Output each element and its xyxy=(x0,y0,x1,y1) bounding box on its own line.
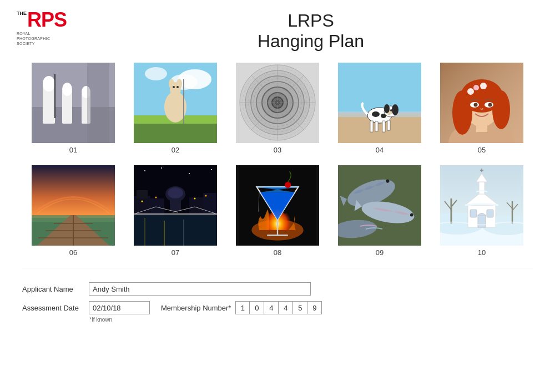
svg-point-70 xyxy=(480,83,487,89)
svg-point-21 xyxy=(173,86,175,88)
svg-point-101 xyxy=(205,195,207,197)
photo-thumb-02 xyxy=(134,63,217,143)
photo-number-07: 07 xyxy=(171,248,179,257)
svg-point-66 xyxy=(474,103,478,107)
assessment-date-input[interactable] xyxy=(89,301,150,314)
svg-point-68 xyxy=(467,88,474,95)
svg-rect-135 xyxy=(478,215,486,227)
photo-number-09: 09 xyxy=(376,248,384,257)
photo-item-04: 04 xyxy=(332,63,427,154)
rps-logo: THE RPS ROYAL PHOTOGRAPHIC SOCIETY xyxy=(17,10,83,46)
applicant-name-input[interactable] xyxy=(89,282,311,296)
photo-item-03: 03 xyxy=(230,63,325,154)
logo-the-text: THE xyxy=(17,11,27,16)
logo-rps-letters: RPS xyxy=(27,10,67,30)
photo-item-07: 07 xyxy=(128,165,223,257)
photo-number-06: 06 xyxy=(69,248,77,257)
assessment-date-row: Assessment Date Membership Number* 1 0 4… xyxy=(22,301,533,314)
photo-number-03: 03 xyxy=(274,146,281,154)
svg-point-51 xyxy=(390,109,392,111)
form-section: Applicant Name Assessment Date Membershi… xyxy=(0,271,555,334)
membership-label: Membership Number* xyxy=(161,304,231,312)
photo-number-05: 05 xyxy=(478,146,486,154)
svg-point-102 xyxy=(144,170,145,171)
svg-point-22 xyxy=(176,86,179,88)
svg-rect-53 xyxy=(375,121,378,131)
membership-digit-3[interactable]: 4 xyxy=(279,301,293,314)
photo-thumb-09 xyxy=(338,165,421,246)
svg-rect-54 xyxy=(382,121,385,132)
photo-grid: 01 xyxy=(0,57,555,257)
svg-rect-89 xyxy=(137,190,148,198)
photo-thumb-04 xyxy=(338,63,421,143)
svg-point-63 xyxy=(492,90,510,129)
svg-point-45 xyxy=(372,111,380,117)
page-title-area: LRPS Hanging Plan xyxy=(83,10,538,52)
membership-section: Membership Number* 1 0 4 4 5 9 xyxy=(161,301,322,314)
photo-thumb-03 xyxy=(236,63,319,143)
svg-point-100 xyxy=(194,198,196,200)
sub-title: Hanging Plan xyxy=(83,31,538,52)
membership-digit-0[interactable]: 1 xyxy=(235,301,250,314)
membership-digit-5[interactable]: 9 xyxy=(307,301,322,314)
svg-rect-136 xyxy=(470,210,477,217)
svg-rect-80 xyxy=(134,215,217,246)
svg-rect-131 xyxy=(479,182,485,194)
page-header: THE RPS ROYAL PHOTOGRAPHIC SOCIETY LRPS … xyxy=(0,0,555,57)
svg-rect-87 xyxy=(174,187,177,196)
svg-rect-91 xyxy=(189,197,203,215)
photo-item-02: 02 xyxy=(128,63,223,154)
svg-rect-137 xyxy=(487,210,493,217)
svg-point-114 xyxy=(285,182,291,188)
svg-rect-55 xyxy=(387,120,390,130)
photo-number-10: 10 xyxy=(478,248,486,257)
section-divider xyxy=(22,268,533,268)
applicant-name-label: Applicant Name xyxy=(22,285,89,293)
svg-point-69 xyxy=(473,85,479,90)
svg-point-62 xyxy=(452,90,472,135)
svg-rect-90 xyxy=(150,198,164,215)
svg-rect-88 xyxy=(134,196,150,215)
photo-number-02: 02 xyxy=(171,146,179,154)
main-title: LRPS xyxy=(83,10,538,31)
photo-thumb-05 xyxy=(440,63,523,143)
photo-number-08: 08 xyxy=(274,248,281,257)
assessment-date-label: Assessment Date xyxy=(22,304,89,312)
photo-number-01: 01 xyxy=(69,146,77,154)
photo-thumb-01 xyxy=(32,63,115,143)
svg-point-50 xyxy=(384,104,390,113)
photo-row-1: 01 xyxy=(22,63,533,154)
svg-point-98 xyxy=(142,201,143,202)
photo-thumb-08 xyxy=(236,165,319,246)
svg-point-49 xyxy=(392,104,398,115)
photo-item-09: 09 xyxy=(332,165,427,257)
svg-point-105 xyxy=(211,169,212,170)
membership-digit-boxes: 1 0 4 4 5 9 xyxy=(235,301,322,314)
photo-item-05: 05 xyxy=(435,63,529,154)
svg-point-67 xyxy=(488,103,492,107)
svg-rect-40 xyxy=(338,63,421,113)
if-known-note: *If known xyxy=(89,317,533,323)
photo-row-2: 06 xyxy=(22,165,533,257)
svg-point-3 xyxy=(43,76,55,91)
svg-point-5 xyxy=(62,83,72,96)
logo-subtitle: ROYAL PHOTOGRAPHIC SOCIETY xyxy=(17,31,50,46)
photo-number-04: 04 xyxy=(376,146,384,154)
logo-rps-mark: THE RPS xyxy=(17,10,67,30)
membership-digit-1[interactable]: 0 xyxy=(250,301,264,314)
svg-point-99 xyxy=(155,197,157,198)
photo-item-01: 01 xyxy=(26,63,120,154)
photo-item-10: 10 xyxy=(435,165,529,257)
photo-thumb-06 xyxy=(32,165,115,246)
applicant-name-row: Applicant Name xyxy=(22,282,533,296)
svg-rect-9 xyxy=(87,63,109,143)
membership-digit-4[interactable]: 5 xyxy=(293,301,307,314)
membership-digit-2[interactable]: 4 xyxy=(264,301,279,314)
photo-item-06: 06 xyxy=(26,165,120,257)
svg-point-103 xyxy=(161,167,162,169)
svg-point-13 xyxy=(145,67,167,80)
svg-point-104 xyxy=(189,173,190,174)
svg-rect-52 xyxy=(370,121,373,132)
photo-thumb-10 xyxy=(440,165,523,246)
photo-item-08: 08 xyxy=(230,165,325,257)
